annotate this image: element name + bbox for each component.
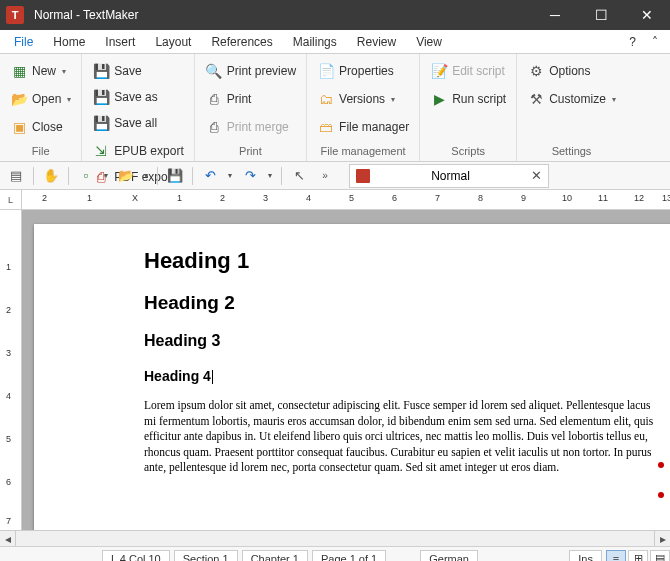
doc-tab-close[interactable]: ✕ — [531, 168, 542, 183]
ribbon-group-scripts: 📝Edit script ▶Run script Scripts — [420, 54, 517, 161]
print-icon: ⎙ — [205, 90, 223, 108]
versions-button[interactable]: 🗂Versions▾ — [313, 86, 413, 112]
horizontal-ruler[interactable]: 2 1 X 1 2 3 4 5 6 7 8 9 10 11 12 13 — [22, 190, 670, 209]
folder-open-icon: 📂 — [10, 90, 28, 108]
new-button[interactable]: ▦New▾ — [6, 58, 75, 84]
ribbon-group-file: ▦New▾ 📂Open▾ ▣Close File — [0, 54, 82, 161]
qat-undo[interactable]: ↶ — [198, 165, 222, 187]
ribbon-group-filemgmt: 📄Properties 🗂Versions▾ 🗃File manager Fil… — [307, 54, 420, 161]
status-chapter[interactable]: Chapter 1 — [242, 550, 308, 562]
save-icon: 💾 — [92, 62, 110, 80]
ruler-corner[interactable]: L — [0, 190, 22, 209]
body-text[interactable]: Lorem ipsum dolor sit amet, consectetur … — [144, 398, 654, 476]
qat-dd[interactable]: ▾ — [100, 165, 112, 187]
vertical-ruler[interactable]: 1 2 3 4 5 6 7 — [0, 210, 22, 530]
save-as-icon: 💾 — [92, 88, 110, 106]
edit-script-button[interactable]: 📝Edit script — [426, 58, 510, 84]
menu-mailings[interactable]: Mailings — [283, 32, 347, 52]
heading-3[interactable]: Heading 3 — [144, 332, 670, 350]
qat-more[interactable]: » — [313, 165, 337, 187]
qat-dd[interactable]: ▾ — [140, 165, 152, 187]
view-mode-outline[interactable]: ⊞ — [628, 550, 648, 562]
qat-dd[interactable]: ▾ — [264, 165, 276, 187]
menu-insert[interactable]: Insert — [95, 32, 145, 52]
document-area: 1 2 3 4 5 6 7 Heading 1 Heading 2 Headin… — [0, 210, 670, 530]
qat-dd[interactable]: ▾ — [224, 165, 236, 187]
print-merge-icon: ⎙ — [205, 118, 223, 136]
heading-1[interactable]: Heading 1 — [144, 248, 670, 274]
status-page[interactable]: Page 1 of 1 — [312, 550, 386, 562]
title-bar: T Normal - TextMaker ─ ☐ ✕ — [0, 0, 670, 30]
new-doc-icon: ▦ — [10, 62, 28, 80]
text-cursor — [212, 370, 213, 384]
scroll-left-button[interactable]: ◂ — [0, 531, 16, 546]
menu-file[interactable]: File — [4, 32, 43, 52]
status-section[interactable]: Section 1 — [174, 550, 238, 562]
properties-button[interactable]: 📄Properties — [313, 58, 413, 84]
ribbon: ▦New▾ 📂Open▾ ▣Close File 💾Save 💾Save as … — [0, 54, 670, 162]
ribbon-group-label: File — [6, 143, 75, 161]
horizontal-ruler-row: L 2 1 X 1 2 3 4 5 6 7 8 9 10 11 12 13 — [0, 190, 670, 210]
save-as-button[interactable]: 💾Save as — [88, 84, 187, 110]
ribbon-collapse-button[interactable]: ˄ — [644, 32, 666, 52]
save-all-icon: 💾 — [92, 114, 110, 132]
print-preview-button[interactable]: 🔍Print preview — [201, 58, 300, 84]
epub-export-button[interactable]: ⇲EPUB export — [88, 138, 187, 164]
menu-review[interactable]: Review — [347, 32, 406, 52]
change-marker-icon — [658, 462, 664, 468]
options-button[interactable]: ⚙Options — [523, 58, 620, 84]
qat-save[interactable]: 💾 — [163, 165, 187, 187]
menu-layout[interactable]: Layout — [145, 32, 201, 52]
status-language[interactable]: German — [420, 550, 478, 562]
menu-help[interactable]: ? — [621, 32, 644, 52]
menu-bar: File Home Insert Layout References Maili… — [0, 30, 670, 54]
status-position[interactable]: L 4 Col 10 — [102, 550, 170, 562]
qat-item[interactable]: ▤ — [4, 165, 28, 187]
close-window-button[interactable]: ✕ — [624, 0, 670, 30]
close-button[interactable]: ▣Close — [6, 114, 75, 140]
save-button[interactable]: 💾Save — [88, 58, 187, 84]
doc-tab-name: Normal — [430, 169, 471, 183]
ribbon-group-label: Print — [201, 143, 300, 161]
menu-references[interactable]: References — [201, 32, 282, 52]
menu-view[interactable]: View — [406, 32, 452, 52]
view-mode-draft[interactable]: ▤ — [650, 550, 670, 562]
ribbon-group-document: 💾Save 💾Save as 💾Save all ⇲EPUB export ⎙P… — [82, 54, 194, 161]
heading-4[interactable]: Heading 4 — [144, 368, 670, 384]
maximize-button[interactable]: ☐ — [578, 0, 624, 30]
status-insert-mode[interactable]: Ins — [569, 550, 602, 562]
document-viewport[interactable]: Heading 1 Heading 2 Heading 3 Heading 4 … — [22, 210, 670, 530]
ribbon-group-print: 🔍Print preview ⎙Print ⎙Print merge Print — [195, 54, 307, 161]
qat-open[interactable]: 📂 — [114, 165, 138, 187]
qat-pointer[interactable]: ↖ — [287, 165, 311, 187]
qat-hand[interactable]: ✋ — [39, 165, 63, 187]
view-mode-normal[interactable]: ≡ — [606, 550, 626, 562]
properties-icon: 📄 — [317, 62, 335, 80]
qat-redo[interactable]: ↷ — [238, 165, 262, 187]
window-title: Normal - TextMaker — [30, 8, 138, 22]
print-button[interactable]: ⎙Print — [201, 86, 300, 112]
close-doc-icon: ▣ — [10, 118, 28, 136]
run-script-icon: ▶ — [430, 90, 448, 108]
minimize-button[interactable]: ─ — [532, 0, 578, 30]
customize-button[interactable]: ⚒Customize▾ — [523, 86, 620, 112]
run-script-button[interactable]: ▶Run script — [426, 86, 510, 112]
save-all-button[interactable]: 💾Save all — [88, 110, 187, 136]
heading-2[interactable]: Heading 2 — [144, 292, 670, 314]
file-manager-button[interactable]: 🗃File manager — [313, 114, 413, 140]
open-button[interactable]: 📂Open▾ — [6, 86, 75, 112]
horizontal-scrollbar[interactable]: ◂ ▸ — [0, 530, 670, 546]
doc-tab-icon — [356, 169, 370, 183]
menu-home[interactable]: Home — [43, 32, 95, 52]
scroll-right-button[interactable]: ▸ — [654, 531, 670, 546]
document-tab[interactable]: Normal ✕ — [349, 164, 549, 188]
app-icon: T — [6, 6, 24, 24]
qat-new[interactable]: ▫ — [74, 165, 98, 187]
print-merge-button[interactable]: ⎙Print merge — [201, 114, 300, 140]
ribbon-group-label: Scripts — [426, 143, 510, 161]
gear-icon: ⚙ — [527, 62, 545, 80]
file-manager-icon: 🗃 — [317, 118, 335, 136]
scroll-track[interactable] — [16, 531, 654, 546]
page[interactable]: Heading 1 Heading 2 Heading 3 Heading 4 … — [34, 224, 670, 530]
ribbon-group-label: File management — [313, 143, 413, 161]
